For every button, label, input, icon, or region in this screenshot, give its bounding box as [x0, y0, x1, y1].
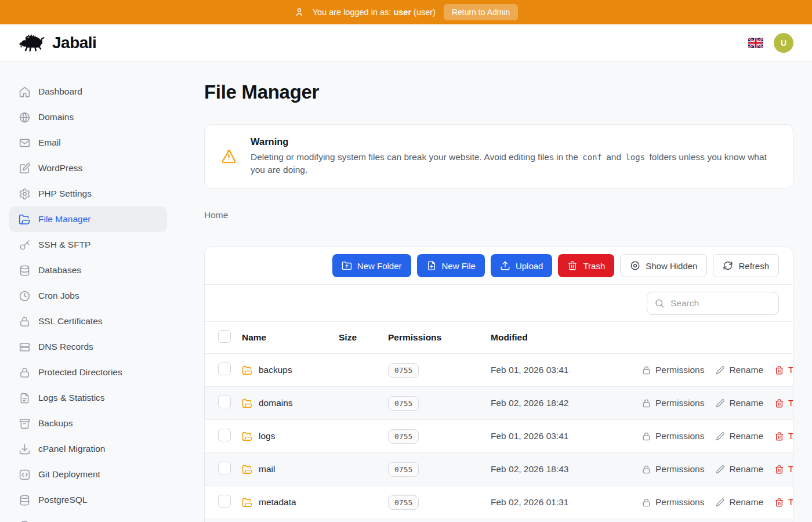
file-name[interactable]: metadata: [259, 497, 296, 507]
row-checkbox[interactable]: [218, 495, 231, 507]
sidebar-item-php-settings[interactable]: PHP Settings: [9, 181, 167, 206]
new-file-button[interactable]: New File: [417, 254, 485, 277]
home-icon: [19, 86, 31, 98]
pencil-icon: [715, 465, 725, 474]
sidebar-item-dashboard[interactable]: Dashboard: [9, 79, 167, 104]
pencil-icon: [715, 365, 725, 375]
sidebar-item-file-manager[interactable]: File Manager: [9, 206, 167, 232]
folder-open-icon: [242, 365, 253, 376]
database-icon: [19, 494, 31, 506]
file-name[interactable]: mail: [259, 464, 275, 474]
mail-icon: [19, 137, 31, 149]
upload-button[interactable]: Upload: [491, 254, 553, 277]
warning-content: Warning Deleting or modifying system fil…: [251, 136, 777, 176]
sidebar-item-dns-records[interactable]: DNS Records: [9, 334, 167, 360]
column-size[interactable]: Size: [339, 332, 388, 343]
sidebar-item-ssh-sftp[interactable]: SSH & SFTP: [9, 232, 167, 258]
file-name[interactable]: domains: [259, 398, 293, 408]
column-name[interactable]: Name: [242, 332, 339, 343]
new-folder-button[interactable]: New Folder: [332, 254, 411, 277]
brand-name: Jabali: [52, 34, 96, 52]
sidebar-item-label: Logs & Statistics: [38, 393, 105, 403]
row-permissions-button[interactable]: Permissions: [641, 365, 704, 375]
row-permissions-button[interactable]: Permissions: [641, 398, 704, 408]
sidebar-item-email[interactable]: Email: [9, 130, 167, 155]
row-rename-button[interactable]: Rename: [715, 365, 763, 375]
file-browser-card: New Folder New File Upload Trash: [204, 246, 793, 522]
row-permissions-button[interactable]: Permissions: [641, 431, 704, 441]
sidebar-item-domains[interactable]: Domains: [9, 104, 167, 130]
search-icon: [654, 298, 665, 309]
trash-icon: [774, 465, 784, 474]
sidebar-item-ssl-certificates[interactable]: SSL Certificates: [9, 309, 167, 334]
modified-date: Feb 02, 2026 01:31: [491, 497, 641, 507]
sidebar-item-logs-statistics[interactable]: Logs & Statistics: [9, 385, 167, 411]
row-rename-button[interactable]: Rename: [715, 398, 763, 408]
permissions-badge: 0755: [388, 462, 419, 477]
row-trash-button[interactable]: Trash: [774, 365, 793, 375]
pencil-icon: [715, 432, 725, 441]
brand[interactable]: Jabali: [19, 33, 96, 53]
row-permissions-button[interactable]: Permissions: [641, 497, 704, 507]
row-trash-button[interactable]: Trash: [774, 398, 793, 408]
table-row: metadata0755Feb 02, 2026 01:31Permission…: [205, 486, 793, 519]
modified-date: Feb 02, 2026 18:42: [491, 398, 641, 408]
sidebar-item-cpanel-migration[interactable]: cPanel Migration: [9, 436, 167, 462]
sidebar-item-git-deployment[interactable]: Git Deployment: [9, 462, 167, 487]
column-permissions[interactable]: Permissions: [388, 332, 491, 343]
sidebar-item-label: DNS Records: [38, 342, 93, 352]
lock-icon: [641, 465, 651, 474]
row-trash-button[interactable]: Trash: [774, 431, 793, 441]
sidebar-item-label: Protected Directories: [38, 367, 122, 378]
person-icon: [294, 7, 304, 17]
return-to-admin-button[interactable]: Return to Admin: [444, 4, 518, 20]
sidebar-item-label: SSL Certificates: [38, 316, 103, 327]
trash-icon: [774, 365, 784, 375]
row-rename-button[interactable]: Rename: [715, 464, 763, 474]
sidebar-item-databases[interactable]: Databases: [9, 258, 167, 283]
show-hidden-button[interactable]: Show Hidden: [620, 254, 707, 277]
row-checkbox[interactable]: [218, 462, 231, 474]
circle-icon: [19, 520, 31, 522]
sidebar-item-partial[interactable]: [9, 513, 167, 522]
row-permissions-button[interactable]: Permissions: [641, 464, 704, 474]
sidebar-item-wordpress[interactable]: WordPress: [9, 155, 167, 181]
file-text-icon: [19, 392, 31, 404]
row-rename-button[interactable]: Rename: [715, 497, 763, 507]
search-input[interactable]: [670, 298, 771, 309]
sidebar-item-protected-directories[interactable]: Protected Directories: [9, 360, 167, 385]
warning-text: Deleting or modifying system files can b…: [251, 151, 777, 176]
column-modified[interactable]: Modified: [491, 332, 641, 343]
row-checkbox[interactable]: [218, 429, 231, 441]
user-avatar[interactable]: U: [774, 33, 793, 53]
select-all-checkbox[interactable]: [218, 330, 231, 343]
refresh-button[interactable]: Refresh: [713, 254, 779, 277]
folder-open-icon: [242, 398, 253, 409]
row-trash-button[interactable]: Trash: [774, 464, 793, 474]
sidebar-item-label: WordPress: [38, 163, 82, 173]
sidebar-item-postgresql[interactable]: PostgreSQL: [9, 487, 167, 513]
warning-title: Warning: [251, 136, 777, 147]
breadcrumb-home[interactable]: Home: [204, 210, 228, 220]
file-name[interactable]: logs: [259, 431, 275, 441]
eye-icon: [630, 260, 640, 271]
trash-icon: [774, 398, 784, 408]
file-name[interactable]: backups: [259, 365, 292, 375]
row-checkbox[interactable]: [218, 362, 231, 375]
search-box[interactable]: [647, 292, 779, 315]
row-rename-button[interactable]: Rename: [715, 431, 763, 441]
modified-date: Feb 01, 2026 03:41: [491, 431, 641, 441]
modified-date: Feb 01, 2026 03:41: [491, 365, 641, 375]
trash-button[interactable]: Trash: [558, 254, 614, 277]
lock-icon: [19, 316, 31, 328]
row-trash-button[interactable]: Trash: [774, 497, 793, 507]
pencil-icon: [715, 498, 725, 507]
uk-flag-icon[interactable]: [748, 38, 763, 48]
row-checkbox[interactable]: [218, 396, 231, 408]
refresh-icon: [723, 260, 733, 271]
file-plus-icon: [426, 260, 437, 271]
file-manager-screen: You are logged in as: user (user) Return…: [0, 0, 812, 522]
sidebar-item-backups[interactable]: Backups: [9, 411, 167, 436]
database-icon: [19, 264, 31, 277]
sidebar-item-cron-jobs[interactable]: Cron Jobs: [9, 283, 167, 309]
